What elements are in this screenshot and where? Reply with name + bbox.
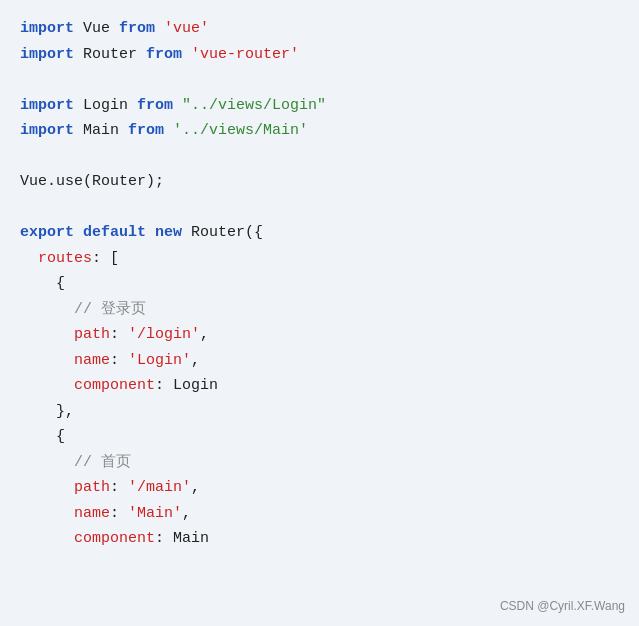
code-token: 'vue' xyxy=(164,20,209,37)
code-token: : xyxy=(110,326,128,343)
code-line: import Vue from 'vue' xyxy=(20,16,619,42)
code-token: : Main xyxy=(155,530,209,547)
code-token: from xyxy=(119,20,164,37)
code-token: : xyxy=(110,352,128,369)
code-token: Vue xyxy=(83,20,119,37)
code-token: from xyxy=(137,97,182,114)
empty-line xyxy=(20,195,619,221)
code-token: component xyxy=(74,377,155,394)
code-line: path: '/login', xyxy=(20,322,619,348)
code-line: Vue.use(Router); xyxy=(20,169,619,195)
code-token: path xyxy=(74,326,110,343)
code-token: : [ xyxy=(92,250,119,267)
code-token: // 登录页 xyxy=(20,301,146,318)
code-token: import xyxy=(20,97,83,114)
code-line: import Router from 'vue-router' xyxy=(20,42,619,68)
code-token: from xyxy=(128,122,173,139)
code-token xyxy=(20,377,74,394)
code-line: name: 'Main', xyxy=(20,501,619,527)
code-line: component: Main xyxy=(20,526,619,552)
code-token xyxy=(20,530,74,547)
code-token: name xyxy=(74,505,110,522)
code-token xyxy=(20,505,74,522)
code-token: import xyxy=(20,46,83,63)
watermark: CSDN @Cyril.XF.Wang xyxy=(500,596,625,616)
code-line: import Login from "../views/Login" xyxy=(20,93,619,119)
code-token: component xyxy=(74,530,155,547)
code-token: : xyxy=(110,479,128,496)
code-token xyxy=(20,326,74,343)
code-token: Router({ xyxy=(191,224,263,241)
code-line: path: '/main', xyxy=(20,475,619,501)
code-line: { xyxy=(20,271,619,297)
code-token: : Login xyxy=(155,377,218,394)
code-token: ); xyxy=(146,173,164,190)
code-editor: import Vue from 'vue'import Router from … xyxy=(0,0,639,626)
code-token: }, xyxy=(20,403,74,420)
code-token: '/main' xyxy=(128,479,191,496)
code-token: 'vue-router' xyxy=(191,46,299,63)
code-token: import xyxy=(20,122,83,139)
code-line: name: 'Login', xyxy=(20,348,619,374)
code-token: routes xyxy=(38,250,92,267)
code-line: // 登录页 xyxy=(20,297,619,323)
code-token: , xyxy=(182,505,191,522)
code-token: name xyxy=(74,352,110,369)
code-token: new xyxy=(155,224,191,241)
code-token: .use( xyxy=(47,173,92,190)
code-token: Vue xyxy=(20,173,47,190)
code-block: import Vue from 'vue'import Router from … xyxy=(20,16,619,552)
code-token: Login xyxy=(83,97,137,114)
code-token xyxy=(20,352,74,369)
code-token: 'Main' xyxy=(128,505,182,522)
code-token: '../views/Main' xyxy=(173,122,308,139)
code-line: import Main from '../views/Main' xyxy=(20,118,619,144)
code-token: path xyxy=(74,479,110,496)
code-line: { xyxy=(20,424,619,450)
code-token: Router xyxy=(83,46,146,63)
code-token: : xyxy=(110,505,128,522)
code-line: }, xyxy=(20,399,619,425)
code-line: export default new Router({ xyxy=(20,220,619,246)
code-token: , xyxy=(191,352,200,369)
empty-line xyxy=(20,67,619,93)
code-line: routes: [ xyxy=(20,246,619,272)
code-token xyxy=(20,479,74,496)
code-token: , xyxy=(200,326,209,343)
code-token: from xyxy=(146,46,191,63)
code-token: import xyxy=(20,20,83,37)
code-token xyxy=(20,250,38,267)
code-token: // 首页 xyxy=(20,454,131,471)
code-line: // 首页 xyxy=(20,450,619,476)
code-token: export xyxy=(20,224,83,241)
code-token: "../views/Login" xyxy=(182,97,326,114)
code-token: default xyxy=(83,224,155,241)
code-token: 'Login' xyxy=(128,352,191,369)
empty-line xyxy=(20,144,619,170)
code-token: '/login' xyxy=(128,326,200,343)
code-token: , xyxy=(191,479,200,496)
code-line: component: Login xyxy=(20,373,619,399)
code-token: Main xyxy=(83,122,128,139)
code-token: Router xyxy=(92,173,146,190)
code-token: { xyxy=(20,428,65,445)
code-token: { xyxy=(20,275,65,292)
